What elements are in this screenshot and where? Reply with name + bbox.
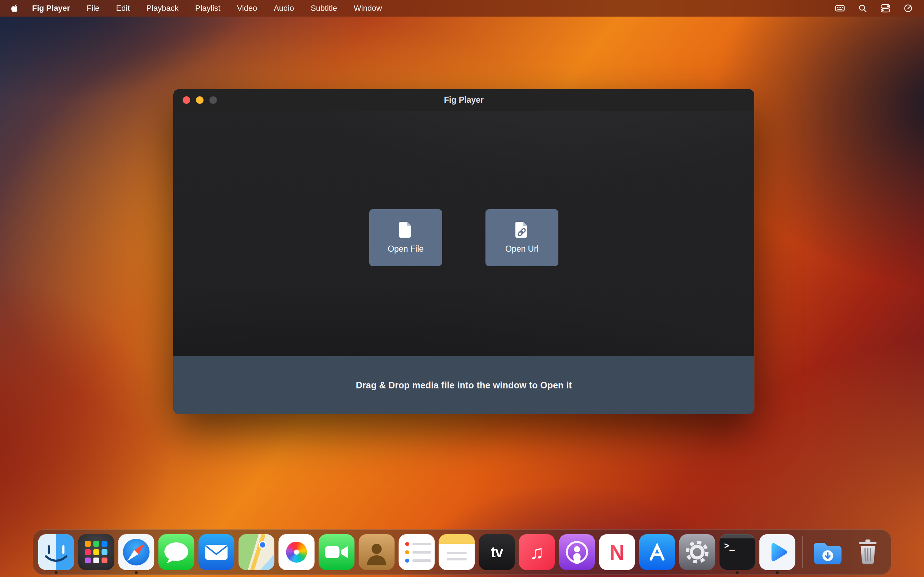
terminal-icon: >_ bbox=[719, 534, 756, 570]
open-file-label: Open File bbox=[388, 244, 424, 254]
open-file-button[interactable]: Open File bbox=[369, 209, 442, 266]
menu-app-name[interactable]: Fig Player bbox=[24, 3, 78, 13]
photos-icon bbox=[279, 534, 315, 570]
messages-icon bbox=[158, 534, 195, 570]
dock-item-safari[interactable] bbox=[118, 534, 155, 570]
dock-item-trash[interactable] bbox=[850, 534, 886, 570]
dock-item-music[interactable]: ♫ bbox=[519, 534, 555, 570]
dock-item-news[interactable]: N bbox=[599, 534, 635, 570]
maps-icon bbox=[239, 534, 275, 570]
dock-item-launchpad[interactable] bbox=[78, 534, 115, 570]
dock-item-downloads[interactable] bbox=[810, 534, 846, 570]
drop-hint-text: Drag & Drop media file into the window t… bbox=[356, 380, 572, 390]
svg-text:N: N bbox=[610, 541, 625, 564]
dock-item-finder[interactable] bbox=[38, 534, 74, 570]
control-center-icon[interactable] bbox=[880, 3, 891, 14]
app-store-icon bbox=[639, 534, 675, 570]
menu-item-subtitle[interactable]: Subtitle bbox=[302, 3, 346, 13]
dock-item-notes[interactable] bbox=[439, 534, 475, 570]
document-icon bbox=[399, 221, 413, 239]
spotlight-search-icon[interactable] bbox=[858, 3, 868, 13]
link-document-icon bbox=[515, 221, 529, 239]
window-titlebar[interactable]: Fig Player bbox=[173, 89, 754, 111]
dock-item-terminal[interactable]: >_ bbox=[719, 534, 756, 570]
trash-icon bbox=[850, 534, 886, 570]
open-url-button[interactable]: Open Url bbox=[485, 209, 558, 266]
apple-icon bbox=[11, 3, 19, 13]
mail-icon bbox=[199, 534, 234, 570]
news-icon: N bbox=[599, 534, 635, 570]
open-url-label: Open Url bbox=[505, 244, 538, 254]
apple-menu[interactable] bbox=[11, 3, 19, 13]
dock-separator bbox=[802, 536, 803, 568]
dock-item-mail[interactable] bbox=[199, 534, 234, 570]
gear-icon bbox=[679, 534, 716, 570]
reminders-icon bbox=[399, 534, 435, 570]
dock-item-maps[interactable] bbox=[239, 534, 275, 570]
keyboard-icon[interactable] bbox=[835, 3, 845, 14]
gauge-icon[interactable] bbox=[903, 3, 913, 13]
menu-item-edit[interactable]: Edit bbox=[108, 3, 138, 13]
fig-player-window: Fig Player Open File Open Url Drag & Dro… bbox=[173, 89, 754, 414]
dock-item-contacts[interactable] bbox=[359, 534, 395, 570]
safari-icon bbox=[118, 534, 155, 570]
dock-item-messages[interactable] bbox=[158, 534, 195, 570]
dock-item-facetime[interactable] bbox=[319, 534, 355, 570]
menu-item-window[interactable]: Window bbox=[346, 3, 390, 13]
dock: tv ♫ N bbox=[33, 529, 892, 575]
menu-bar: Fig Player File Edit Playback Playlist V… bbox=[0, 0, 924, 16]
facetime-icon bbox=[319, 534, 355, 570]
menu-bar-status-area bbox=[835, 3, 913, 14]
dock-item-fig-player[interactable] bbox=[759, 534, 795, 570]
play-icon bbox=[759, 534, 795, 570]
menu-item-playback[interactable]: Playback bbox=[138, 3, 187, 13]
tv-icon: tv bbox=[479, 534, 515, 570]
contacts-icon bbox=[359, 534, 395, 570]
menu-item-file[interactable]: File bbox=[78, 3, 108, 13]
dock-item-podcasts[interactable] bbox=[559, 534, 595, 570]
menu-item-audio[interactable]: Audio bbox=[265, 3, 302, 13]
dock-item-tv[interactable]: tv bbox=[479, 534, 515, 570]
music-icon: ♫ bbox=[519, 534, 555, 570]
menu-item-playlist[interactable]: Playlist bbox=[187, 3, 229, 13]
notes-icon bbox=[439, 534, 475, 570]
window-content: Open File Open Url bbox=[173, 111, 754, 356]
menu-item-video[interactable]: Video bbox=[229, 3, 266, 13]
window-title: Fig Player bbox=[173, 89, 754, 111]
finder-icon bbox=[38, 534, 74, 570]
drop-hint-bar: Drag & Drop media file into the window t… bbox=[173, 356, 754, 414]
launchpad-icon bbox=[78, 534, 115, 570]
podcasts-icon bbox=[559, 534, 595, 570]
dock-item-app-store[interactable] bbox=[639, 534, 675, 570]
downloads-folder-icon bbox=[810, 534, 846, 570]
dock-item-photos[interactable] bbox=[279, 534, 315, 570]
dock-item-system-settings[interactable] bbox=[679, 534, 716, 570]
dock-item-reminders[interactable] bbox=[399, 534, 435, 570]
